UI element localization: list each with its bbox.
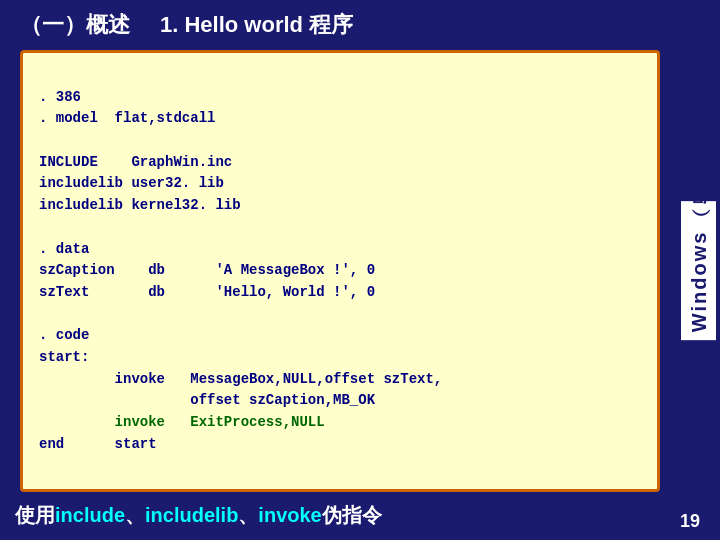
code-sz-text: szText db 'Hello, World !', 0 — [39, 284, 375, 300]
code-line-386: . 386 — [39, 89, 81, 105]
footer-highlight2: includelib — [145, 504, 238, 526]
code-include2-val: user32. lib — [123, 175, 224, 191]
footer-highlight3: invoke — [258, 504, 321, 526]
code-include3-val: kernel32. lib — [123, 197, 241, 213]
footer-sep1: 、 — [125, 504, 145, 526]
footer-sep2: 、 — [238, 504, 258, 526]
footer-suffix: 伪指令 — [322, 504, 382, 526]
header: （一）概述 1. Hello world 程序 — [0, 0, 720, 50]
sidebar-text: Windows （保护模式）下 — [681, 201, 716, 340]
code-block: . 386 . model flat,stdcall INCLUDE Graph… — [39, 65, 641, 477]
code-include2-kw: includelib — [39, 175, 123, 191]
page-number: 19 — [680, 511, 700, 532]
code-include1-val: GraphWin.inc — [98, 154, 232, 170]
code-include1-kw: INCLUDE — [39, 154, 98, 170]
footer-prefix: 使用 — [15, 504, 55, 526]
section-label: （一）概述 — [20, 10, 130, 40]
footer: 使用include、includelib、invoke伪指令 — [0, 492, 720, 539]
sidebar: Windows （保护模式）下 — [678, 50, 718, 492]
code-invoke1: invoke MessageBox,NULL,offset szText, — [39, 371, 442, 387]
code-end: end start — [39, 436, 157, 452]
page-title: 1. Hello world 程序 — [160, 10, 353, 40]
code-invoke1b: offset szCaption,MB_OK — [39, 392, 375, 408]
code-start-label: start: — [39, 349, 89, 365]
code-data-section: . data — [39, 241, 89, 257]
footer-highlight1: include — [55, 504, 125, 526]
code-line-model: . model flat,stdcall — [39, 110, 215, 126]
code-include3-kw: includelib — [39, 197, 123, 213]
code-sz-caption: szCaption db 'A MessageBox !', 0 — [39, 262, 375, 278]
code-invoke2: invoke ExitProcess,NULL — [39, 414, 325, 430]
code-code-section: . code — [39, 327, 89, 343]
code-panel: . 386 . model flat,stdcall INCLUDE Graph… — [20, 50, 660, 492]
